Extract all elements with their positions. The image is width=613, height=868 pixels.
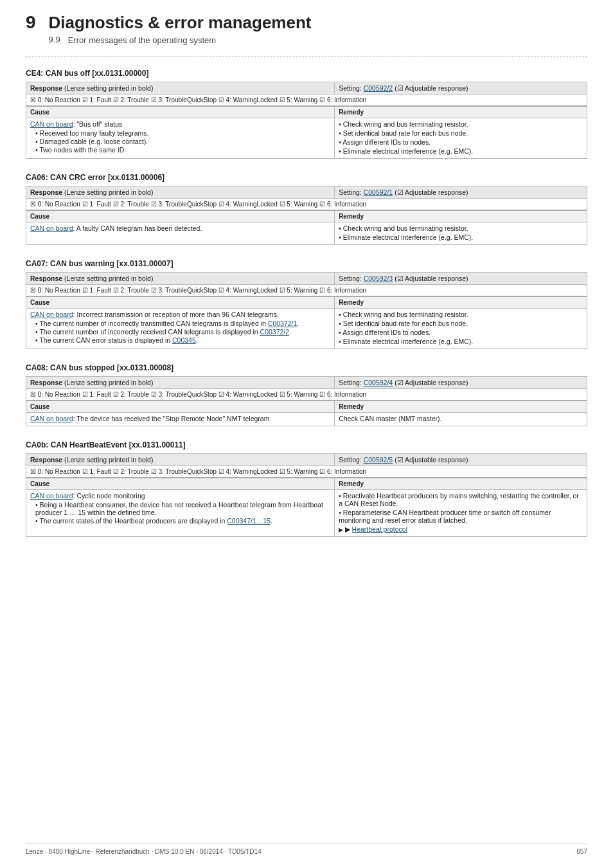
remedy-text: • Check wiring and bus terminating resis… <box>339 224 583 232</box>
inline-link[interactable]: C00372/2 <box>260 328 290 336</box>
no-reaction-row: ☒ 0: No Reaction ☑ 1: Fault ☑ 2: Trouble… <box>26 466 587 478</box>
heartbeat-protocol-link[interactable]: Heartbeat protocol <box>352 525 407 533</box>
chapter-number: 9 <box>26 13 36 33</box>
remedy-text: • Reparameterise CAN Heartbeat producer … <box>339 509 583 524</box>
cause-text: CAN on board: The device has received th… <box>30 415 330 422</box>
page-header: 9 Diagnostics & error management 9.9 Err… <box>26 13 587 45</box>
setting-label: Setting: <box>339 188 364 196</box>
remedy-text: • Assign different IDs to nodes. <box>339 138 583 146</box>
error-title-ca0b: CA0b: CAN HeartBeatEvent [xx.0131.00011] <box>26 440 587 449</box>
header-divider <box>26 57 587 57</box>
error-title-ca07: CA07: CAN bus warning [xx.0131.00007] <box>26 259 587 268</box>
response-header: Response (Lenze setting printed in bold) <box>26 377 335 389</box>
remedy-text: ▶ Heartbeat protocol <box>339 525 583 533</box>
setting-note: (☑ Adjustable response) <box>393 188 468 196</box>
remedy-cell: Check CAN master (NMT master). <box>335 413 587 426</box>
response-header: Response (Lenze setting printed in bold) <box>26 454 335 466</box>
remedy-text: • Eliminate electrical interference (e.g… <box>339 233 583 241</box>
remedy-cell: • Check wiring and bus terminating resis… <box>335 222 587 245</box>
footer-right: 657 <box>576 848 587 855</box>
sub-cause: • Received too many faulty telegrams. <box>35 129 330 137</box>
remedy-label: Remedy <box>335 210 587 222</box>
error-table-ca08: Response (Lenze setting printed in bold)… <box>26 376 587 426</box>
no-reaction-row: ☒ 0: No Reaction ☑ 1: Fault ☑ 2: Trouble… <box>26 285 587 297</box>
inline-link[interactable]: CAN on board <box>30 120 73 128</box>
sub-cause: • The current CAN error status is displa… <box>35 336 330 344</box>
cause-text: CAN on board: Cyclic node monitoring <box>30 492 330 500</box>
setting-label: Setting: <box>339 456 364 464</box>
cause-label: Cause <box>26 106 335 118</box>
setting-header: Setting: C00592/1 (☑ Adjustable response… <box>335 186 587 199</box>
remedy-text: • Eliminate electrical interference (e.g… <box>339 147 583 155</box>
inline-link[interactable]: C00347/1…15 <box>227 517 271 525</box>
setting-link[interactable]: C00592/1 <box>364 188 393 196</box>
remedy-text: Check CAN master (NMT master). <box>339 415 583 422</box>
cause-label: Cause <box>26 478 335 490</box>
inline-link[interactable]: CAN on board <box>30 311 73 318</box>
remedy-cell: • Check wiring and bus terminating resis… <box>335 118 587 159</box>
inline-link[interactable]: CAN on board <box>30 492 73 500</box>
section-subtitle: Error messages of the operating system <box>68 35 217 45</box>
no-reaction-row: ☒ 0: No Reaction ☑ 1: Fault ☑ 2: Trouble… <box>26 95 587 107</box>
section-number: 9.9 <box>49 35 60 44</box>
sub-cause: • Being a Heartbeat consumer, the device… <box>35 501 330 516</box>
response-header: Response (Lenze setting printed in bold) <box>26 186 335 199</box>
cause-cell: CAN on board: A faulty CAN telegram has … <box>26 222 335 245</box>
error-section-ca07: CA07: CAN bus warning [xx.0131.00007]Res… <box>26 259 587 349</box>
setting-label: Setting: <box>339 275 364 282</box>
cause-label: Cause <box>26 401 335 413</box>
setting-link[interactable]: C00592/5 <box>364 456 393 464</box>
cause-label: Cause <box>26 210 335 222</box>
error-section-ca0b: CA0b: CAN HeartBeatEvent [xx.0131.00011]… <box>26 440 587 537</box>
error-title-ce4: CE4: CAN bus off [xx.0131.00000] <box>26 69 587 78</box>
page-footer: Lenze · 8400 HighLine · Referenzhandbuch… <box>26 844 587 855</box>
no-reaction-row: ☒ 0: No Reaction ☑ 1: Fault ☑ 2: Trouble… <box>26 199 587 211</box>
setting-link[interactable]: C00592/3 <box>364 275 393 282</box>
error-title-ca06: CA06: CAN CRC error [xx.0131.00006] <box>26 173 587 182</box>
sub-cause: • Damaged cable (e.g. loose contact). <box>35 138 330 145</box>
error-title-ca08: CA08: CAN bus stopped [xx.0131.00008] <box>26 363 587 372</box>
remedy-label: Remedy <box>335 401 587 413</box>
inline-link[interactable]: CAN on board <box>30 224 73 232</box>
setting-note: (☑ Adjustable response) <box>393 275 468 282</box>
cause-text: CAN on board: A faulty CAN telegram has … <box>30 224 330 232</box>
setting-link[interactable]: C00592/4 <box>364 379 393 386</box>
remedy-text: • Eliminate electrical interference (e.g… <box>339 338 583 345</box>
remedy-text: • Check wiring and bus terminating resis… <box>339 120 583 128</box>
response-header: Response (Lenze setting printed in bold) <box>26 82 335 95</box>
error-table-ca0b: Response (Lenze setting printed in bold)… <box>26 453 587 537</box>
remedy-cell: • Check wiring and bus terminating resis… <box>335 309 587 349</box>
setting-link[interactable]: C00592/2 <box>364 84 393 92</box>
remedy-text: • Assign different IDs to nodes. <box>339 329 583 336</box>
remedy-label: Remedy <box>335 478 587 490</box>
inline-link[interactable]: CAN on board <box>30 415 73 422</box>
sub-cause: • Two nodes with the same ID. <box>35 146 330 154</box>
remedy-text: • Set identical baud rate for each bus n… <box>339 320 583 327</box>
footer-left: Lenze · 8400 HighLine · Referenzhandbuch… <box>26 848 262 855</box>
sections-container: CE4: CAN bus off [xx.0131.00000]Response… <box>26 69 587 537</box>
setting-label: Setting: <box>339 84 364 92</box>
remedy-cell: • Reactivate Heartbeat producers by main… <box>335 490 587 537</box>
error-table-ca06: Response (Lenze setting printed in bold)… <box>26 186 587 245</box>
inline-link[interactable]: C00372/1 <box>268 320 298 327</box>
setting-header: Setting: C00592/3 (☑ Adjustable response… <box>335 273 587 285</box>
response-header: Response (Lenze setting printed in bold) <box>26 273 335 285</box>
inline-link[interactable]: C00345 <box>172 336 196 344</box>
remedy-label: Remedy <box>335 106 587 118</box>
setting-note: (☑ Adjustable response) <box>393 379 468 386</box>
no-reaction-row: ☒ 0: No Reaction ☑ 1: Fault ☑ 2: Trouble… <box>26 389 587 401</box>
cause-text: CAN on board: "Bus off" status <box>30 120 330 128</box>
remedy-text: • Reactivate Heartbeat producers by main… <box>339 492 583 507</box>
setting-note: (☑ Adjustable response) <box>393 84 468 92</box>
cause-cell: CAN on board: Incorrect transmission or … <box>26 309 335 349</box>
error-table-ce4: Response (Lenze setting printed in bold)… <box>26 82 587 159</box>
setting-note: (☑ Adjustable response) <box>393 456 468 464</box>
chapter-title: Diagnostics & error management <box>49 13 312 33</box>
sub-cause: • The current number of incorrectly rece… <box>35 328 330 336</box>
sub-cause: • The current states of the Heartbeat pr… <box>35 517 330 525</box>
cause-cell: CAN on board: The device has received th… <box>26 413 335 426</box>
setting-header: Setting: C00592/2 (☑ Adjustable response… <box>335 82 587 95</box>
error-section-ca06: CA06: CAN CRC error [xx.0131.00006]Respo… <box>26 173 587 245</box>
remedy-text: • Set identical baud rate for each bus n… <box>339 129 583 137</box>
setting-header: Setting: C00592/5 (☑ Adjustable response… <box>335 454 587 466</box>
